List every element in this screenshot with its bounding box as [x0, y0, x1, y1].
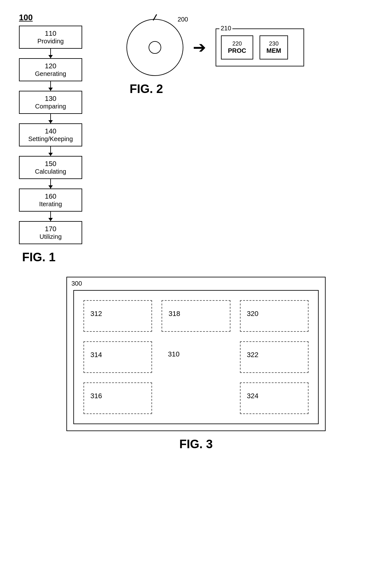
step-160-label: Iterating [22, 201, 79, 208]
step-140-label: Setting/Keeping [22, 135, 79, 143]
system-label: 210 [219, 25, 232, 32]
step-170: 170 Utilizing [19, 221, 82, 244]
step-150: 150 Calculating [19, 156, 82, 179]
cell-324: 324 [240, 382, 309, 414]
step-150-label: Calculating [22, 168, 79, 175]
step-130: 130 Comparing [19, 91, 82, 114]
arrow-6 [50, 212, 51, 221]
step-160-num: 160 [22, 192, 79, 201]
fig2-diagram: 200 ➔ 210 220 PROC [126, 19, 304, 76]
cell-314: 314 [83, 341, 152, 373]
step-160: 160 Iterating [19, 189, 82, 212]
step-120: 120 Generating [19, 58, 82, 81]
fig2-label: FIG. 2 [130, 82, 163, 96]
device-200-label: 200 [178, 16, 188, 23]
step-110-label: Providing [22, 38, 79, 45]
arrow-3 [50, 114, 51, 123]
mem-num: 230 [266, 40, 281, 47]
proc-box: 220 PROC [221, 35, 253, 59]
arrow-5 [50, 179, 51, 189]
step-170-label: Utilizing [22, 233, 79, 240]
fig3-grid: 312 318 320 314 310 [83, 300, 309, 414]
cell-empty [162, 382, 230, 414]
page-container: 100 110 Providing 120 Generating 130 Com… [13, 13, 379, 451]
cell-318: 318 [162, 300, 230, 332]
device-circle [126, 19, 183, 76]
arrow-1 [50, 49, 51, 58]
flowchart: 110 Providing 120 Generating 130 Compari… [16, 26, 85, 244]
mem-box: 230 MEM [260, 35, 288, 59]
cell-322: 322 [240, 341, 309, 373]
step-150-num: 150 [22, 160, 79, 168]
right-arrow-icon: ➔ [193, 40, 206, 55]
step-120-num: 120 [22, 62, 79, 70]
top-section: 100 110 Providing 120 Generating 130 Com… [13, 13, 379, 264]
fig3-outer-box: 300 312 318 320 314 [66, 277, 326, 431]
step-140-num: 140 [22, 127, 79, 135]
step-170-num: 170 [22, 225, 79, 233]
step-130-num: 130 [22, 95, 79, 103]
fig2-container: 200 ➔ 210 220 PROC [126, 19, 304, 96]
cell-312: 312 [83, 300, 152, 332]
fig1-label: FIG. 1 [22, 251, 56, 264]
step-130-label: Comparing [22, 103, 79, 110]
fig3-outer-label: 300 [71, 280, 82, 287]
fig3-inner-box: 312 318 320 314 310 [73, 290, 319, 424]
cell-316: 316 [83, 382, 152, 414]
cell-320: 320 [240, 300, 309, 332]
device-circle-inner [149, 41, 161, 54]
arrow-2 [50, 81, 51, 91]
step-110: 110 Providing [19, 26, 82, 49]
device-wrap: 200 [126, 19, 183, 76]
fig3-label: FIG. 3 [179, 437, 213, 451]
arrow-4 [50, 146, 51, 156]
device-notch [153, 14, 157, 21]
fig3-section: 300 312 318 320 314 [13, 277, 379, 451]
proc-num: 220 [228, 40, 246, 47]
step-110-num: 110 [22, 29, 79, 38]
step-120-label: Generating [22, 70, 79, 77]
system-box: 210 220 PROC 230 MEM [216, 28, 304, 66]
step-140: 140 Setting/Keeping [19, 123, 82, 146]
fig1-container: 100 110 Providing 120 Generating 130 Com… [13, 13, 107, 264]
fig1-title: 100 [19, 13, 33, 22]
mem-label: MEM [266, 47, 281, 54]
cell-310: 310 [162, 341, 230, 373]
proc-label: PROC [228, 47, 246, 54]
